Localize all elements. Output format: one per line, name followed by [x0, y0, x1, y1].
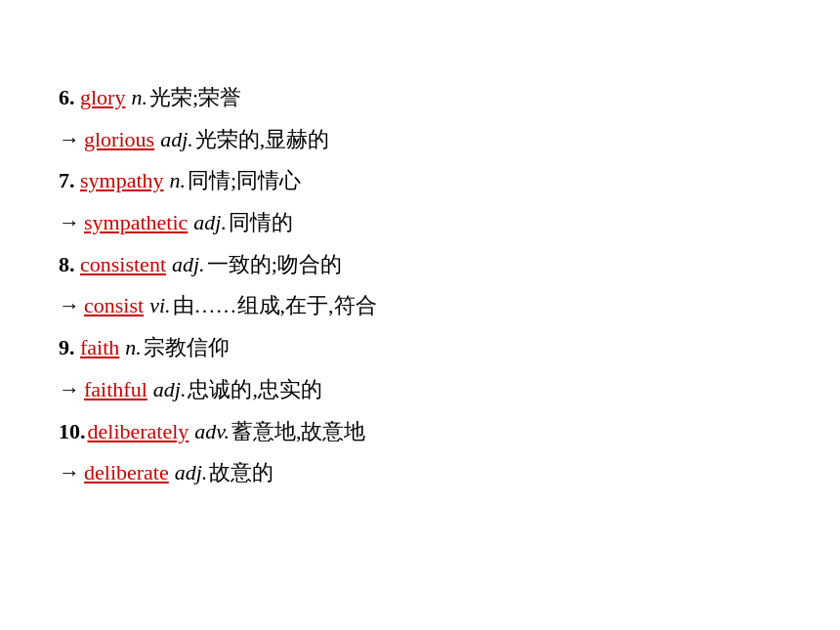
entry-8: 8. consistent adj. 一致的;吻合的 → consist vi.…	[59, 245, 781, 326]
entry-10-pos: adv.	[194, 412, 230, 452]
entry-8-word: consistent	[80, 245, 166, 285]
entry-10-main: 10. deliberately adv. 蓄意地,故意地	[59, 412, 781, 452]
entry-10-deriv-meaning: 故意的	[209, 453, 273, 493]
entry-10: 10. deliberately adv. 蓄意地,故意地 → delibera…	[59, 412, 781, 493]
entry-10-deriv: → deliberate adj. 故意的	[59, 453, 781, 493]
entry-7-deriv: → sympathetic adj. 同情的	[59, 203, 781, 243]
entry-7-pos: n.	[170, 161, 187, 201]
entry-9-arrow: →	[59, 370, 80, 410]
entry-9-main: 9. faith n. 宗教信仰	[59, 328, 781, 368]
entry-7-number: 7.	[59, 161, 78, 201]
entry-6-arrow: →	[59, 120, 80, 160]
entry-8-main: 8. consistent adj. 一致的;吻合的	[59, 245, 781, 285]
entry-7-main: 7. sympathy n. 同情;同情心	[59, 161, 781, 201]
entry-6-meaning: 光荣;荣誉	[149, 78, 241, 118]
entry-6-deriv-pos: adj.	[160, 120, 193, 160]
entry-7-deriv-word: sympathetic	[84, 203, 188, 243]
entry-6-deriv-meaning: 光荣的,显赫的	[195, 120, 330, 160]
entry-9-deriv-word: faithful	[84, 370, 147, 410]
entry-9-word: faith	[80, 328, 119, 368]
entry-8-number: 8.	[59, 245, 78, 285]
entry-7-deriv-pos: adj.	[193, 203, 227, 243]
entry-8-deriv-meaning: 由……组成,在于,符合	[173, 286, 377, 326]
entry-6-word: glory	[80, 78, 125, 118]
entry-8-arrow: →	[59, 286, 80, 326]
entry-6-pos: n.	[131, 78, 147, 118]
entry-9: 9. faith n. 宗教信仰 → faithful adj. 忠诚的,忠实的	[59, 328, 781, 409]
entry-10-arrow: →	[59, 453, 80, 493]
entry-7-deriv-meaning: 同情的	[229, 203, 293, 243]
entry-9-pos: n.	[125, 328, 142, 368]
entry-8-deriv: → consist vi. 由……组成,在于,符合	[59, 286, 781, 326]
entry-6-deriv-word: glorious	[84, 120, 154, 160]
entry-10-deriv-word: deliberate	[84, 453, 169, 493]
entry-6: 6. glory n. 光荣;荣誉 → glorious adj. 光荣的,显赫…	[59, 78, 781, 159]
entry-9-meaning: 宗教信仰	[144, 328, 230, 368]
entry-8-pos: adj.	[172, 245, 205, 285]
entry-7-arrow: →	[59, 203, 80, 243]
main-content: 6. glory n. 光荣;荣誉 → glorious adj. 光荣的,显赫…	[0, 0, 840, 534]
entry-9-number: 9.	[59, 328, 78, 368]
entry-10-word: deliberately	[88, 412, 189, 452]
entry-9-deriv-pos: adj.	[153, 370, 187, 410]
entry-9-deriv-meaning: 忠诚的,忠实的	[188, 370, 322, 410]
entry-7-word: sympathy	[80, 161, 164, 201]
entry-6-main: 6. glory n. 光荣;荣誉	[59, 78, 781, 118]
entry-10-number: 10.	[59, 412, 86, 452]
entry-7-meaning: 同情;同情心	[188, 161, 301, 201]
entry-8-deriv-word: consist	[84, 286, 144, 326]
entry-8-deriv-pos: vi.	[149, 286, 170, 326]
entry-10-meaning: 蓄意地,故意地	[231, 412, 366, 452]
entry-7: 7. sympathy n. 同情;同情心 → sympathetic adj.…	[59, 161, 781, 242]
entry-8-meaning: 一致的;吻合的	[207, 245, 342, 285]
entry-10-deriv-pos: adj.	[175, 453, 208, 493]
entry-9-deriv: → faithful adj. 忠诚的,忠实的	[59, 370, 781, 410]
entry-6-number: 6.	[59, 78, 78, 118]
entry-6-deriv: → glorious adj. 光荣的,显赫的	[59, 120, 781, 160]
